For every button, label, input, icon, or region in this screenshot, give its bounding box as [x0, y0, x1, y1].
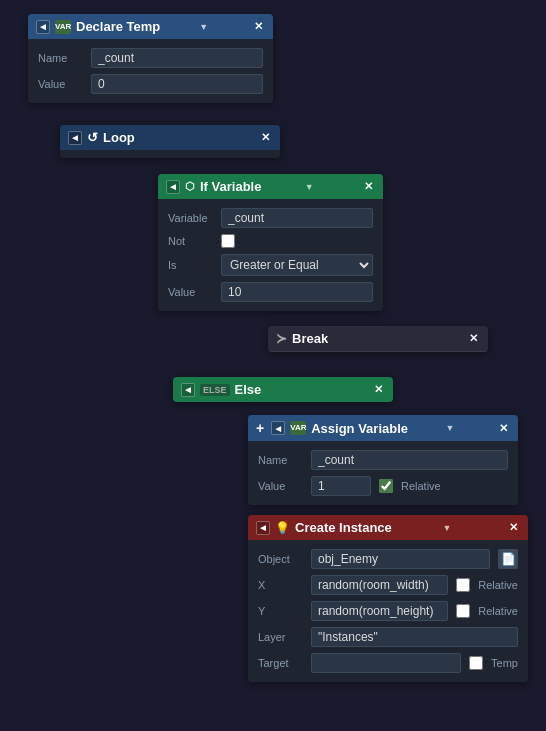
declare-value-label: Value — [38, 78, 83, 90]
loop-body — [60, 150, 280, 158]
loop-icon: ↺ — [87, 130, 98, 145]
assign-value-row: Value Relative — [248, 473, 518, 499]
create-y-label: Y — [258, 605, 303, 617]
if-variable-dropdown[interactable]: ▼ — [305, 182, 314, 192]
assign-add-btn[interactable]: + — [256, 420, 264, 436]
assign-name-label: Name — [258, 454, 303, 466]
assign-variable-header: + ◄ VAR Assign Variable ▼ ✕ — [248, 415, 518, 441]
if-variable-value-input[interactable] — [221, 282, 373, 302]
if-variable-body: Variable Not Is Greater or Equal Equal N… — [158, 199, 383, 311]
assign-close[interactable]: ✕ — [496, 421, 510, 435]
assign-value-label: Value — [258, 480, 303, 492]
loop-close[interactable]: ✕ — [258, 131, 272, 145]
create-layer-row: Layer — [248, 624, 528, 650]
create-x-input[interactable] — [311, 575, 448, 595]
if-variable-not-label: Not — [168, 235, 213, 247]
create-y-relative-label: Relative — [478, 605, 518, 617]
else-node: ◄ ELSE Else ✕ — [173, 377, 393, 402]
assign-variable-title: Assign Variable — [311, 421, 408, 436]
declare-temp-header: ◄ VAR Declare Temp ▼ ✕ — [28, 14, 273, 39]
assign-relative-label: Relative — [401, 480, 441, 492]
create-layer-label: Layer — [258, 631, 303, 643]
create-y-row: Y Relative — [248, 598, 528, 624]
create-x-relative-checkbox[interactable] — [456, 578, 470, 592]
assign-name-input[interactable] — [311, 450, 508, 470]
create-instance-node: ◄ 💡 Create Instance ▼ ✕ Object 📄 X Relat… — [248, 515, 528, 682]
create-target-label: Target — [258, 657, 303, 669]
assign-name-row: Name — [248, 447, 518, 473]
create-instance-header: ◄ 💡 Create Instance ▼ ✕ — [248, 515, 528, 540]
if-variable-icon: ⬡ — [185, 180, 195, 193]
create-instance-body: Object 📄 X Relative Y Relative Layer Ta — [248, 540, 528, 682]
declare-name-label: Name — [38, 52, 83, 64]
create-target-input[interactable] — [311, 653, 461, 673]
declare-value-row: Value — [28, 71, 273, 97]
assign-variable-node: + ◄ VAR Assign Variable ▼ ✕ Name Value R… — [248, 415, 518, 505]
break-header: ≻ Break ✕ — [268, 326, 488, 352]
declare-temp-title: Declare Temp — [76, 19, 160, 34]
create-lightbulb-icon: 💡 — [275, 521, 290, 535]
create-target-temp-checkbox[interactable] — [469, 656, 483, 670]
if-variable-node: ◄ ⬡ If Variable ▼ ✕ Variable Not Is Grea… — [158, 174, 383, 311]
if-variable-value-row: Value — [158, 279, 383, 305]
create-target-row: Target Temp — [248, 650, 528, 676]
else-title: Else — [235, 382, 262, 397]
loop-collapse[interactable]: ◄ — [68, 131, 82, 145]
else-collapse[interactable]: ◄ — [181, 383, 195, 397]
if-variable-label: Variable — [168, 212, 213, 224]
if-variable-is-row: Is Greater or Equal Equal Not Equal Less… — [158, 251, 383, 279]
break-title: Break — [292, 331, 328, 346]
create-layer-input[interactable] — [311, 627, 518, 647]
else-header: ◄ ELSE Else ✕ — [173, 377, 393, 402]
assign-var-icon: VAR — [290, 421, 306, 435]
create-y-input[interactable] — [311, 601, 448, 621]
if-variable-not-checkbox[interactable] — [221, 234, 235, 248]
if-variable-is-label: Is — [168, 259, 213, 271]
if-variable-title: If Variable — [200, 179, 261, 194]
assign-dropdown[interactable]: ▼ — [446, 423, 455, 433]
create-y-relative-checkbox[interactable] — [456, 604, 470, 618]
if-variable-input[interactable] — [221, 208, 373, 228]
declare-temp-node: ◄ VAR Declare Temp ▼ ✕ Name Value — [28, 14, 273, 103]
create-dropdown[interactable]: ▼ — [442, 523, 451, 533]
if-variable-is-select[interactable]: Greater or Equal Equal Not Equal Less Le… — [221, 254, 373, 276]
loop-node: ◄ ↺ Loop ✕ — [60, 125, 280, 158]
assign-value-input[interactable] — [311, 476, 371, 496]
declare-temp-close[interactable]: ✕ — [251, 20, 265, 34]
if-variable-not-row: Not — [158, 231, 383, 251]
loop-header: ◄ ↺ Loop ✕ — [60, 125, 280, 150]
assign-relative-checkbox[interactable] — [379, 479, 393, 493]
break-close[interactable]: ✕ — [466, 332, 480, 346]
create-instance-title: Create Instance — [295, 520, 392, 535]
if-variable-header: ◄ ⬡ If Variable ▼ ✕ — [158, 174, 383, 199]
create-x-label: X — [258, 579, 303, 591]
declare-value-input[interactable] — [91, 74, 263, 94]
create-y-relative-row: Relative — [456, 604, 518, 618]
break-node: ≻ Break ✕ — [268, 326, 488, 352]
declare-temp-body: Name Value — [28, 39, 273, 103]
declare-var-icon: VAR — [55, 20, 71, 34]
else-close[interactable]: ✕ — [371, 383, 385, 397]
create-object-input[interactable] — [311, 549, 490, 569]
if-variable-value-label: Value — [168, 286, 213, 298]
create-collapse[interactable]: ◄ — [256, 521, 270, 535]
create-close[interactable]: ✕ — [506, 521, 520, 535]
if-variable-variable-row: Variable — [158, 205, 383, 231]
create-x-relative-row: Relative — [456, 578, 518, 592]
declare-name-row: Name — [28, 45, 273, 71]
create-object-label: Object — [258, 553, 303, 565]
if-variable-collapse[interactable]: ◄ — [166, 180, 180, 194]
loop-title: Loop — [103, 130, 135, 145]
break-icon: ≻ — [276, 331, 287, 346]
create-x-relative-label: Relative — [478, 579, 518, 591]
create-object-row: Object 📄 — [248, 546, 528, 572]
create-object-browse[interactable]: 📄 — [498, 549, 518, 569]
declare-temp-dropdown[interactable]: ▼ — [199, 22, 208, 32]
assign-collapse[interactable]: ◄ — [271, 421, 285, 435]
if-variable-close[interactable]: ✕ — [361, 180, 375, 194]
create-target-temp-label: Temp — [491, 657, 518, 669]
declare-temp-collapse[interactable]: ◄ — [36, 20, 50, 34]
declare-name-input[interactable] — [91, 48, 263, 68]
assign-relative-row: Relative — [379, 479, 441, 493]
create-target-temp-row: Temp — [469, 656, 518, 670]
